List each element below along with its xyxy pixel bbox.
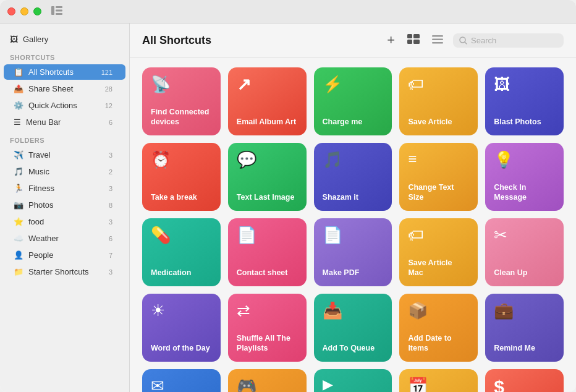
food-badge: 3 — [106, 218, 116, 226]
shortcut-label-add-to-queue: Add To Queue — [323, 343, 384, 353]
shortcut-icon-blast-photos: 🖼 — [494, 76, 555, 92]
shortcut-label-change-text-size: Change Text Size — [408, 182, 469, 203]
shortcut-icon-text-last-image: 💬 — [237, 151, 298, 168]
shortcut-card-shuffle-playlists[interactable]: ⇄Shuffle All The Playlists — [228, 294, 307, 362]
all-shortcuts-badge: 121 — [98, 68, 116, 77]
shortcut-card-email-album[interactable]: ↗Email Album Art — [228, 67, 307, 135]
travel-icon: ✈️ — [14, 150, 23, 160]
shortcut-card-shazam-it[interactable]: 🎵Shazam it — [314, 143, 392, 211]
music-icon: 🎵 — [14, 167, 23, 176]
traffic-lights — [7, 7, 41, 15]
shortcut-card-check-in-message[interactable]: 💡Check In Message — [485, 143, 564, 211]
shortcut-icon-remind-me: 💼 — [494, 302, 555, 318]
shortcut-icon-contact-sheet: 📄 — [237, 227, 298, 243]
shortcut-icon-how-many-days: 📅 — [408, 378, 469, 392]
travel-badge: 3 — [106, 151, 116, 160]
shortcut-icon-word-of-day: ☀ — [151, 302, 212, 318]
shortcut-label-save-article: Save Article — [408, 117, 469, 127]
shortcut-icon-save-article-mac: 🏷 — [408, 227, 469, 243]
people-badge: 7 — [106, 251, 116, 260]
close-button[interactable] — [7, 7, 15, 15]
sidebar-item-menu-bar[interactable]: ☰ Menu Bar 6 — [4, 114, 125, 130]
sidebar-item-food[interactable]: ⭐ food 3 — [4, 214, 125, 229]
content-header: All Shortcuts + — [130, 23, 576, 58]
photos-icon: 📷 — [14, 200, 23, 210]
sidebar-item-music[interactable]: 🎵 Music 2 — [4, 164, 125, 179]
minimize-button[interactable] — [20, 7, 28, 15]
sidebar-item-photos[interactable]: 📷 Photos 8 — [4, 197, 125, 213]
shortcut-card-charge-me[interactable]: ⚡Charge me — [314, 67, 392, 135]
maximize-button[interactable] — [33, 7, 41, 15]
shortcut-card-blast-photos[interactable]: 🖼Blast Photos — [485, 67, 564, 135]
shortcut-card-contact-sheet[interactable]: 📄Contact sheet — [228, 218, 307, 286]
svg-rect-5 — [413, 34, 420, 38]
starter-icon: 📁 — [14, 267, 23, 276]
shortcut-card-how-many-days[interactable]: 📅How Many Days Until — [399, 369, 478, 392]
weather-badge: 6 — [106, 234, 116, 243]
shortcut-card-add-to-queue[interactable]: 📥Add To Queue — [314, 294, 392, 362]
shortcut-icon-check-in-message: 💡 — [494, 151, 555, 168]
shortcut-card-remind-me[interactable]: 💼Remind Me — [485, 294, 564, 362]
shortcut-card-change-text-size[interactable]: ≡Change Text Size — [399, 143, 478, 211]
shortcut-card-make-pdf[interactable]: 📄Make PDF — [314, 218, 392, 286]
add-button[interactable]: + — [384, 30, 397, 51]
sidebar-item-share-sheet[interactable]: 📤 Share Sheet 28 — [4, 81, 125, 96]
sidebar-toggle-button[interactable] — [51, 6, 62, 17]
sidebar-music-label: Music — [28, 167, 49, 176]
shortcut-icon-medication: 💊 — [151, 227, 212, 243]
shortcut-icon-gas-this-street: 🎮 — [237, 378, 298, 392]
svg-rect-1 — [56, 6, 62, 8]
shortcut-icon-shuffle-playlists: ⇄ — [237, 302, 298, 318]
shortcut-card-clean-up[interactable]: ✂Clean Up — [485, 218, 564, 286]
shortcut-card-email-myself[interactable]: ✉Email Myself — [142, 369, 221, 392]
shortcut-label-word-of-day: Word of the Day — [151, 343, 212, 353]
gallery-nav-item[interactable]: 🖼 Gallery — [0, 31, 129, 48]
svg-rect-2 — [56, 9, 62, 11]
sidebar-item-quick-actions[interactable]: ⚙️ Quick Actions 12 — [4, 98, 125, 113]
shortcut-icon-save-article: 🏷 — [408, 76, 469, 92]
sidebar-starter-label: Starter Shortcuts — [28, 267, 89, 276]
svg-rect-9 — [432, 38, 443, 40]
sidebar-food-label: food — [28, 217, 44, 226]
sidebar-item-travel[interactable]: ✈️ Travel 3 — [4, 147, 125, 163]
shortcut-card-save-article[interactable]: 🏷Save Article — [399, 67, 478, 135]
svg-rect-0 — [51, 6, 54, 15]
quick-actions-icon: ⚙️ — [14, 101, 23, 110]
grid-view-button[interactable] — [405, 32, 422, 49]
shortcut-card-text-last-image[interactable]: 💬Text Last Image — [228, 143, 307, 211]
sidebar-people-label: People — [28, 250, 53, 260]
svg-rect-10 — [432, 42, 443, 44]
sidebar-item-starter-shortcuts[interactable]: 📁 Starter Shortcuts 3 — [4, 264, 125, 279]
shortcut-card-find-connected[interactable]: 📡Find Connected devices — [142, 67, 221, 135]
shortcut-card-calculate-tip[interactable]: $Calculate Tip — [485, 369, 564, 392]
shortcut-card-take-break[interactable]: ⏰Take a break — [142, 143, 221, 211]
title-bar — [0, 0, 576, 23]
search-box[interactable] — [453, 33, 564, 48]
shortcut-label-contact-sheet: Contact sheet — [237, 268, 298, 278]
shortcut-icon-change-text-size: ≡ — [408, 151, 469, 166]
sidebar-item-weather[interactable]: ☁️ Weather 6 — [4, 231, 125, 246]
shortcut-card-sort-lines[interactable]: ▶Sort Lines — [314, 369, 392, 392]
shortcut-icon-make-pdf: 📄 — [323, 227, 384, 243]
shortcut-card-add-date-items[interactable]: 📦Add Date to Items — [399, 294, 478, 362]
sidebar-travel-label: Travel — [28, 150, 51, 160]
sidebar-item-people[interactable]: 👤 People 7 — [4, 247, 125, 263]
search-input[interactable] — [471, 36, 557, 45]
sidebar-item-all-shortcuts[interactable]: 📋 All Shortcuts 121 — [4, 64, 125, 80]
sidebar-quick-actions-label: Quick Actions — [28, 101, 77, 110]
shortcut-card-save-article-mac[interactable]: 🏷Save Article Mac — [399, 218, 478, 286]
shortcut-card-word-of-day[interactable]: ☀Word of the Day — [142, 294, 221, 362]
sidebar-item-fitness[interactable]: 🏃 Fitness 3 — [4, 181, 125, 196]
music-badge: 2 — [106, 168, 116, 176]
shortcut-label-find-connected: Find Connected devices — [151, 107, 212, 127]
shortcut-label-take-break: Take a break — [151, 192, 212, 202]
sidebar-fitness-label: Fitness — [28, 184, 54, 193]
shortcut-icon-find-connected: 📡 — [151, 76, 212, 92]
page-title: All Shortcuts — [142, 34, 211, 47]
sidebar-share-sheet-label: Share Sheet — [28, 84, 73, 93]
search-icon — [459, 36, 467, 45]
shortcuts-section-label: Shortcuts — [0, 48, 129, 64]
list-view-button[interactable] — [430, 32, 446, 49]
shortcut-card-medication[interactable]: 💊Medication — [142, 218, 221, 286]
shortcut-card-gas-this-street[interactable]: 🎮Gas On This Street — [228, 369, 307, 392]
